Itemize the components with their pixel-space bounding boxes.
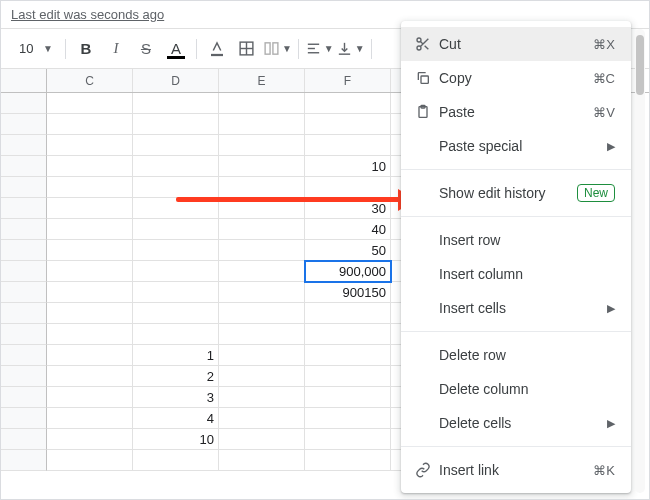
cell-D3[interactable] — [133, 135, 219, 156]
row-header-16[interactable] — [1, 408, 47, 429]
menu-item-insert-cells[interactable]: Insert cells▶ — [401, 291, 631, 325]
cell-F9[interactable]: 900,000 — [305, 261, 391, 282]
cell-D6[interactable] — [133, 198, 219, 219]
cell-F12[interactable] — [305, 324, 391, 345]
row-header-6[interactable] — [1, 198, 47, 219]
cell-D17[interactable]: 10 — [133, 429, 219, 450]
fill-color-button[interactable] — [203, 35, 231, 63]
row-header-8[interactable] — [1, 240, 47, 261]
cell-F7[interactable]: 40 — [305, 219, 391, 240]
cell-D1[interactable] — [133, 93, 219, 114]
cell-F11[interactable] — [305, 303, 391, 324]
cell-D18[interactable] — [133, 450, 219, 471]
cell-E6[interactable] — [219, 198, 305, 219]
cell-C12[interactable] — [47, 324, 133, 345]
cell-F10[interactable]: 900150 — [305, 282, 391, 303]
cell-E17[interactable] — [219, 429, 305, 450]
cell-D9[interactable] — [133, 261, 219, 282]
column-header-F[interactable]: F — [305, 69, 391, 92]
column-header-D[interactable]: D — [133, 69, 219, 92]
menu-item-insert-link[interactable]: Insert link⌘K — [401, 453, 631, 487]
cell-E13[interactable] — [219, 345, 305, 366]
menu-item-paste-special[interactable]: Paste special▶ — [401, 129, 631, 163]
cell-E2[interactable] — [219, 114, 305, 135]
row-header-12[interactable] — [1, 324, 47, 345]
menu-item-delete-column[interactable]: Delete column — [401, 372, 631, 406]
cell-F17[interactable] — [305, 429, 391, 450]
row-header-2[interactable] — [1, 114, 47, 135]
cell-E14[interactable] — [219, 366, 305, 387]
column-header-C[interactable]: C — [47, 69, 133, 92]
cell-C6[interactable] — [47, 198, 133, 219]
cell-C16[interactable] — [47, 408, 133, 429]
cell-C2[interactable] — [47, 114, 133, 135]
row-header-10[interactable] — [1, 282, 47, 303]
row-header-4[interactable] — [1, 156, 47, 177]
cell-E18[interactable] — [219, 450, 305, 471]
cell-E11[interactable] — [219, 303, 305, 324]
row-header-11[interactable] — [1, 303, 47, 324]
cell-C5[interactable] — [47, 177, 133, 198]
menu-item-cut[interactable]: Cut⌘X — [401, 27, 631, 61]
cell-E10[interactable] — [219, 282, 305, 303]
cell-E3[interactable] — [219, 135, 305, 156]
cell-D10[interactable] — [133, 282, 219, 303]
cell-D15[interactable]: 3 — [133, 387, 219, 408]
borders-button[interactable] — [233, 35, 261, 63]
cell-D11[interactable] — [133, 303, 219, 324]
cell-C17[interactable] — [47, 429, 133, 450]
cell-C18[interactable] — [47, 450, 133, 471]
row-header-15[interactable] — [1, 387, 47, 408]
scrollbar-thumb[interactable] — [636, 35, 644, 95]
cell-C9[interactable] — [47, 261, 133, 282]
cell-F5[interactable] — [305, 177, 391, 198]
cell-D12[interactable] — [133, 324, 219, 345]
cell-C3[interactable] — [47, 135, 133, 156]
cell-E15[interactable] — [219, 387, 305, 408]
cell-C4[interactable] — [47, 156, 133, 177]
cell-F1[interactable] — [305, 93, 391, 114]
select-all-corner[interactable] — [1, 69, 47, 92]
cell-E5[interactable] — [219, 177, 305, 198]
cell-C8[interactable] — [47, 240, 133, 261]
row-header-17[interactable] — [1, 429, 47, 450]
cell-C10[interactable] — [47, 282, 133, 303]
cell-C7[interactable] — [47, 219, 133, 240]
cell-E4[interactable] — [219, 156, 305, 177]
column-header-E[interactable]: E — [219, 69, 305, 92]
strikethrough-button[interactable]: S — [132, 35, 160, 63]
cell-E1[interactable] — [219, 93, 305, 114]
font-size-dropdown[interactable]: 10 ▼ — [9, 35, 59, 63]
cell-D2[interactable] — [133, 114, 219, 135]
cell-C13[interactable] — [47, 345, 133, 366]
cell-D5[interactable] — [133, 177, 219, 198]
cell-D4[interactable] — [133, 156, 219, 177]
merge-cells-button[interactable]: ▼ — [263, 35, 292, 63]
row-header-9[interactable] — [1, 261, 47, 282]
cell-F14[interactable] — [305, 366, 391, 387]
cell-D14[interactable]: 2 — [133, 366, 219, 387]
cell-D13[interactable]: 1 — [133, 345, 219, 366]
cell-F4[interactable]: 10 — [305, 156, 391, 177]
cell-F16[interactable] — [305, 408, 391, 429]
cell-D8[interactable] — [133, 240, 219, 261]
horizontal-align-button[interactable]: ▼ — [305, 35, 334, 63]
cell-F15[interactable] — [305, 387, 391, 408]
menu-item-insert-row[interactable]: Insert row — [401, 223, 631, 257]
italic-button[interactable]: I — [102, 35, 130, 63]
cell-C15[interactable] — [47, 387, 133, 408]
menu-item-paste[interactable]: Paste⌘V — [401, 95, 631, 129]
cell-C1[interactable] — [47, 93, 133, 114]
menu-item-copy[interactable]: Copy⌘C — [401, 61, 631, 95]
cell-F3[interactable] — [305, 135, 391, 156]
row-header-3[interactable] — [1, 135, 47, 156]
cell-F13[interactable] — [305, 345, 391, 366]
cell-F2[interactable] — [305, 114, 391, 135]
text-color-button[interactable]: A — [162, 35, 190, 63]
vertical-scrollbar[interactable] — [635, 29, 645, 493]
row-header-7[interactable] — [1, 219, 47, 240]
cell-D7[interactable] — [133, 219, 219, 240]
cell-C11[interactable] — [47, 303, 133, 324]
row-header-14[interactable] — [1, 366, 47, 387]
vertical-align-button[interactable]: ▼ — [336, 35, 365, 63]
